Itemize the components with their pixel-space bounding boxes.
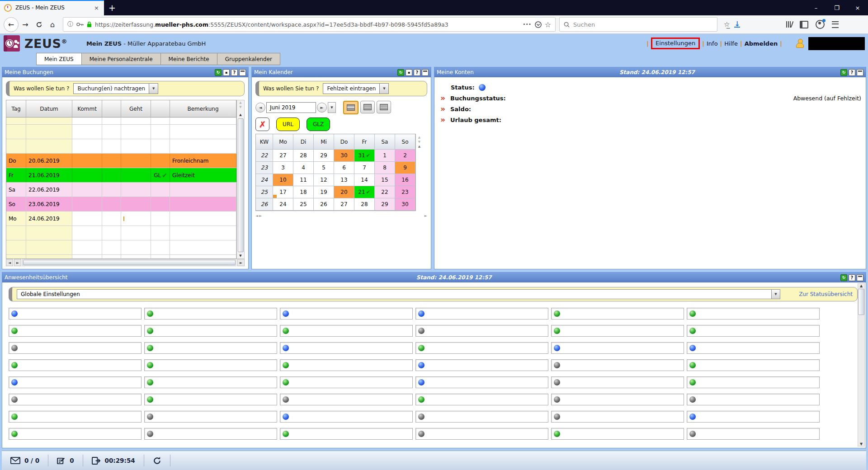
scroll-down-icon[interactable]: ▼ (418, 140, 420, 144)
presence-item[interactable] (280, 342, 413, 354)
url-absence-button[interactable]: URL (276, 118, 300, 131)
booking-action-select[interactable]: Buchung(en) nachtragen ▼ (73, 83, 158, 94)
calendar-day-cell[interactable]: 25 (293, 198, 314, 211)
presence-item[interactable] (144, 394, 277, 405)
calendar-day-cell[interactable]: 23 (395, 186, 415, 198)
calendar-day-cell[interactable]: 17 (273, 186, 293, 198)
new-tab-button[interactable]: + (104, 0, 120, 15)
calendar-day-cell[interactable]: 24 (273, 198, 293, 211)
scroll-left-icon[interactable]: ◄ (255, 214, 258, 218)
home-button[interactable]: ⌂ (46, 18, 59, 31)
booking-vertical-scrollbar[interactable]: ▲ ▼ ▲ ▼ (237, 100, 245, 259)
calendar-day-cell[interactable]: 29 (375, 198, 395, 211)
bookmark-star-icon[interactable]: ☆ (545, 20, 551, 29)
maximize-panel-icon[interactable] (857, 69, 863, 76)
calendar-day-cell[interactable]: 19 (314, 186, 334, 198)
calendar-day-cell[interactable]: 28 (293, 150, 314, 162)
presence-item[interactable] (9, 308, 142, 320)
presence-filter-select[interactable]: Globale Einstellungen ▼ (17, 289, 780, 299)
presence-item[interactable] (280, 428, 413, 440)
page-info-icon[interactable]: ⓘ (67, 20, 73, 28)
calendar-day-cell[interactable]: 13 (334, 174, 354, 186)
hscrollbar-thumb[interactable] (23, 260, 236, 265)
scrollbar-down-arrow[interactable]: ▼ (239, 253, 241, 258)
refresh-group[interactable] (144, 455, 170, 466)
calendar-day-cell[interactable]: 26 (314, 198, 334, 211)
calendar-day-cell[interactable]: 2 (395, 150, 415, 162)
presence-item[interactable] (415, 325, 548, 337)
page-actions-icon[interactable]: ··· (523, 21, 532, 28)
calendar-day-cell[interactable]: 7 (354, 162, 375, 174)
browser-tab[interactable]: ZEUS - Mein ZEUS × (0, 0, 104, 15)
presence-item[interactable] (687, 394, 820, 405)
help-panel-icon[interactable]: ? (414, 69, 420, 76)
window-minimize-button[interactable]: – (806, 0, 826, 15)
scroll-left-icon[interactable]: ◄ (6, 259, 13, 266)
scrollbar-thumb[interactable] (238, 118, 244, 252)
calendar-day-cell[interactable]: 29 (314, 150, 334, 162)
collapse-panel-icon[interactable]: ▪ (406, 69, 412, 76)
presence-item[interactable] (687, 376, 820, 388)
scroll-right-icon[interactable]: ► (14, 259, 21, 266)
presence-item[interactable] (9, 376, 142, 388)
presence-item[interactable] (9, 325, 142, 337)
sidebar-icon[interactable] (800, 21, 808, 28)
presence-item[interactable] (144, 325, 277, 337)
calendar-day-cell[interactable]: 16 (395, 174, 415, 186)
delete-button[interactable]: ✗ (255, 118, 269, 131)
collapse-panel-icon[interactable]: ▪ (223, 69, 230, 76)
library-icon[interactable] (786, 21, 793, 28)
calendar-day-cell[interactable]: 18 (293, 186, 314, 198)
presence-item[interactable] (415, 308, 548, 320)
presence-item[interactable] (551, 428, 684, 440)
corrections-group[interactable]: 0 (48, 455, 83, 466)
calendar-day-cell[interactable]: 3 (273, 162, 293, 174)
calendar-day-cell[interactable]: 22 (375, 186, 395, 198)
scroll-up-icon[interactable]: ▲ (239, 100, 241, 105)
presence-scrollbar[interactable]: ▲ ▼ (858, 283, 865, 446)
account-icon[interactable] (816, 20, 825, 29)
booking-row[interactable]: Sa22.06.2019 (6, 183, 236, 197)
help-panel-icon[interactable]: ? (849, 274, 855, 281)
next-month-button[interactable]: ► (317, 103, 327, 113)
scroll-up-icon[interactable]: ▲ (418, 136, 420, 139)
presence-item[interactable] (9, 394, 142, 405)
view-week-button[interactable] (360, 101, 375, 113)
presence-item[interactable] (687, 359, 820, 371)
presence-item[interactable] (415, 394, 548, 405)
presence-item[interactable] (9, 359, 142, 371)
chevron-down-icon[interactable]: ▼ (771, 290, 780, 299)
calendar-day-cell[interactable]: 31✔ (354, 150, 375, 162)
calendar-day-cell[interactable]: 30 (334, 150, 354, 162)
presence-item[interactable] (9, 428, 142, 440)
scroll-right-icon[interactable]: ► (425, 214, 427, 218)
calendar-day-cell[interactable]: 30 (395, 198, 415, 211)
refresh-panel-icon[interactable]: ↻ (215, 69, 222, 76)
presence-time-group[interactable]: 00:29:54 (83, 455, 144, 466)
abmelden-link[interactable]: Abmelden (745, 40, 778, 47)
scrollbar-up-arrow[interactable]: ▲ (418, 145, 420, 148)
calendar-day-cell[interactable]: 14 (354, 174, 375, 186)
tab-close-icon[interactable]: × (93, 5, 100, 11)
calendar-horizontal-scroll[interactable]: ◄ ► ► (255, 214, 427, 218)
scroll-right-icon[interactable]: ► (237, 259, 245, 266)
tab-mein-zeus[interactable]: Mein ZEUS (36, 53, 82, 65)
refresh-panel-icon[interactable]: ↻ (840, 69, 847, 76)
presence-item[interactable] (144, 411, 277, 423)
booking-row[interactable]: Mo24.06.2019 (6, 212, 236, 226)
calendar-day-cell[interactable]: 21✔ (354, 186, 375, 198)
scrollbar-up-arrow[interactable]: ▲ (239, 112, 241, 118)
booking-row[interactable] (6, 226, 236, 240)
hilfe-link[interactable]: Hilfe (724, 40, 738, 47)
presence-item[interactable] (551, 411, 684, 423)
presence-item[interactable] (551, 376, 684, 388)
calendar-vertical-scroll[interactable]: ▲ ▼ ▲ (416, 134, 423, 211)
save-to-bookmarks-icon[interactable]: ☆̲ (724, 20, 730, 28)
tab-meine-berichte[interactable]: Meine Berichte (161, 53, 217, 65)
presence-item[interactable] (280, 325, 413, 337)
presence-item[interactable] (9, 411, 142, 423)
calendar-day-cell[interactable]: 9 (395, 162, 415, 174)
presence-item[interactable] (415, 428, 548, 440)
status-overview-link[interactable]: Zur Statusübersicht (786, 291, 853, 297)
help-panel-icon[interactable]: ? (849, 69, 855, 76)
